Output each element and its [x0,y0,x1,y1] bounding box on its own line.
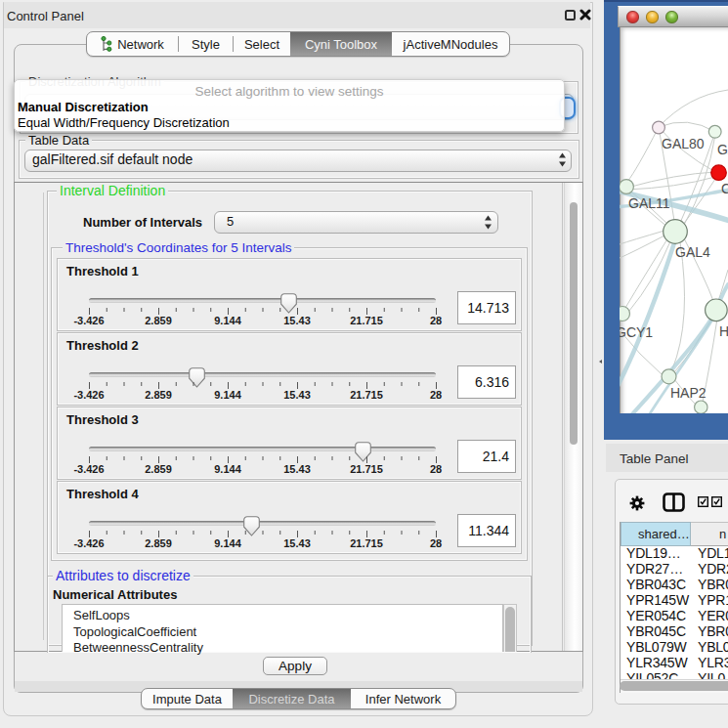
svg-text:GCY1: GCY1 [620,324,653,340]
svg-text:HAP2: HAP2 [670,385,707,401]
svg-text:H: H [719,323,728,339]
svg-text:C: C [721,181,728,196]
svg-text:GAL80: GAL80 [662,136,705,151]
svg-text:GAL11: GAL11 [628,195,670,211]
svg-text:GA: GA [717,142,728,157]
svg-text:GAL4: GAL4 [675,244,710,260]
